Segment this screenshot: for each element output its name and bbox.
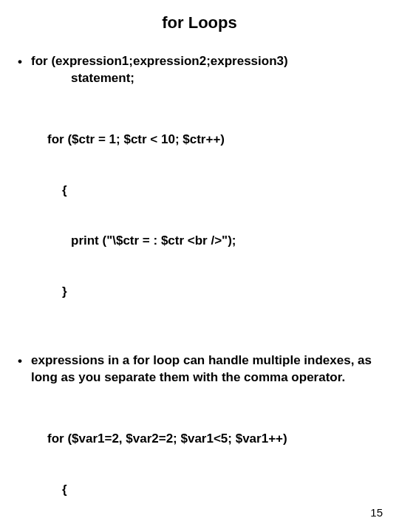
- bullet-2: • expressions in a for loop can handle m…: [18, 352, 381, 386]
- bullet-2-text: expressions in a for loop can handle mul…: [31, 352, 381, 386]
- slide-title: for Loops: [18, 13, 381, 33]
- bullet-1-line1: for (expression1;expression2;expression3…: [31, 54, 288, 68]
- bullet-1-line2: statement;: [31, 70, 134, 87]
- bullet-1: • for (expression1;expression2;expressio…: [18, 53, 381, 87]
- code1-line3: print ("\$ctr = : $ctr <br />");: [47, 233, 381, 250]
- slide: for Loops • for (expression1;expression2…: [0, 0, 399, 532]
- page-number: 15: [370, 506, 383, 519]
- code1-line1: for ($ctr = 1; $ctr < 10; $ctr++): [47, 132, 381, 149]
- code1-line4: }: [47, 284, 381, 301]
- bullet-dot-icon: •: [18, 352, 31, 370]
- code-block-2: for ($var1=2, $var2=2; $var1<5; $var1++)…: [18, 397, 381, 532]
- bullet-dot-icon: •: [18, 53, 31, 71]
- code-block-1: for ($ctr = 1; $ctr < 10; $ctr++) { prin…: [18, 98, 381, 335]
- code2-line1: for ($var1=2, $var2=2; $var1<5; $var1++): [47, 431, 381, 448]
- bullet-1-text: for (expression1;expression2;expression3…: [31, 53, 381, 87]
- code2-line2: {: [47, 482, 381, 499]
- code1-line2: {: [47, 183, 381, 200]
